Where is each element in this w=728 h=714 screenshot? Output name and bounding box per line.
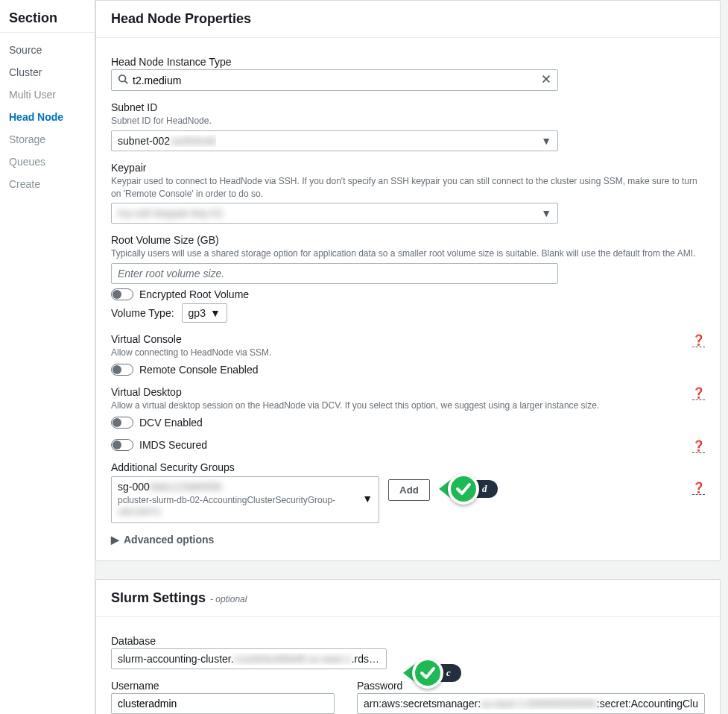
sidebar-item-storage[interactable]: Storage bbox=[0, 128, 95, 151]
field-password: Password arn:aws:secretsmanager:us-east-… bbox=[357, 680, 705, 714]
sg-label: Additional Security Groups bbox=[111, 461, 705, 473]
user-label: Username bbox=[111, 680, 335, 692]
vdesktop-label: Virtual Desktop bbox=[111, 386, 705, 398]
sidebar-item-source[interactable]: Source bbox=[0, 39, 95, 61]
svg-line-1 bbox=[125, 81, 128, 84]
sidebar-item-headnode[interactable]: Head Node bbox=[0, 106, 95, 128]
subnet-help: Subnet ID for HeadNode. bbox=[111, 115, 705, 127]
keypair-help: Keypair used to connect to HeadNode via … bbox=[111, 175, 705, 200]
callout-d-label: d bbox=[457, 480, 498, 498]
sidebar-item-create[interactable]: Create bbox=[0, 173, 95, 195]
sidebar-item-queues[interactable]: Queues bbox=[0, 151, 95, 173]
rootvol-input-wrap[interactable] bbox=[111, 263, 558, 284]
keypair-label: Keypair bbox=[111, 162, 705, 174]
field-imds: ❓ IMDS Secured bbox=[111, 439, 705, 451]
encrypted-toggle[interactable] bbox=[111, 288, 133, 300]
vdesktop-help: Allow a virtual desktop session on the H… bbox=[111, 399, 705, 412]
caret-right-icon: ▶ bbox=[111, 534, 119, 546]
subnet-label: Subnet ID bbox=[111, 101, 705, 113]
sidebar-title: Section bbox=[0, 0, 95, 33]
help-icon[interactable]: ❓ bbox=[692, 335, 705, 347]
svg-point-0 bbox=[119, 75, 126, 82]
panel-slurm: Slurm Settings - optional Database slurm… bbox=[95, 579, 721, 714]
instance-type-input[interactable] bbox=[133, 75, 541, 86]
imds-label: IMDS Secured bbox=[139, 439, 207, 451]
field-instance-type: Head Node Instance Type bbox=[111, 56, 705, 91]
panel-head-node: Head Node Properties Head Node Instance … bbox=[95, 0, 721, 561]
sg-value: sg-0000abc123def456 bbox=[118, 480, 362, 493]
head-node-title: Head Node Properties bbox=[96, 1, 720, 38]
voltype-select[interactable]: gp3 ▼ bbox=[182, 303, 227, 323]
instance-type-label: Head Node Instance Type bbox=[111, 56, 705, 68]
caret-down-icon: ▼ bbox=[362, 493, 373, 505]
check-icon bbox=[448, 473, 479, 505]
instance-type-input-wrap[interactable] bbox=[111, 69, 558, 91]
vconsole-help: Allow connecting to HeadNode via SSM. bbox=[111, 347, 705, 359]
db-input-wrap[interactable]: slurm-accounting-cluster.c1a2b3c4d5e6f.u… bbox=[111, 648, 387, 669]
search-icon bbox=[118, 74, 128, 86]
voltype-label: Volume Type: bbox=[111, 307, 174, 319]
pw-value: arn:aws:secretsmanager:us-east-1:0000000… bbox=[364, 698, 698, 710]
user-input[interactable] bbox=[118, 698, 328, 710]
help-icon[interactable]: ❓ bbox=[692, 440, 705, 453]
sidebar-item-multiuser[interactable]: Multi User bbox=[0, 83, 95, 106]
db-value: slurm-accounting-cluster.c1a2b3c4d5e6f.u… bbox=[118, 653, 380, 665]
field-virtual-desktop: ❓ Virtual Desktop Allow a virtual deskto… bbox=[111, 386, 705, 429]
dcv-toggle[interactable] bbox=[111, 417, 133, 429]
rootvol-input[interactable] bbox=[118, 268, 551, 279]
rootvol-label: Root Volume Size (GB) bbox=[111, 234, 705, 246]
field-subnet: Subnet ID Subnet ID for HeadNode. subnet… bbox=[111, 101, 705, 151]
db-label: Database bbox=[111, 635, 705, 647]
slurm-title: Slurm Settings bbox=[111, 590, 206, 606]
app-root: Section Source Cluster Multi User Head N… bbox=[0, 0, 728, 714]
caret-down-icon: ▼ bbox=[210, 307, 221, 319]
pw-label: Password bbox=[357, 680, 705, 692]
caret-down-icon: ▼ bbox=[541, 135, 551, 147]
field-username: Username b bbox=[111, 680, 335, 714]
user-input-wrap[interactable] bbox=[111, 693, 335, 714]
sidebar: Section Source Cluster Multi User Head N… bbox=[0, 0, 95, 714]
encrypted-label: Encrypted Root Volume bbox=[139, 288, 249, 300]
field-security-groups: ❓ Additional Security Groups sg-0000abc1… bbox=[111, 461, 705, 523]
clear-icon[interactable] bbox=[541, 74, 551, 86]
keypair-select[interactable]: my-ssh-keypair-key-01 ▼ bbox=[111, 203, 558, 224]
advanced-options-label: Advanced options bbox=[124, 534, 214, 546]
remote-console-label: Remote Console Enabled bbox=[139, 364, 259, 376]
rootvol-help: Typically users will use a shared storag… bbox=[111, 247, 705, 260]
remote-console-toggle[interactable] bbox=[111, 364, 133, 376]
advanced-options-toggle[interactable]: ▶ Advanced options bbox=[111, 534, 705, 546]
field-virtual-console: ❓ Virtual Console Allow connecting to He… bbox=[111, 333, 705, 376]
field-database: Database slurm-accounting-cluster.c1a2b3… bbox=[111, 635, 705, 669]
subnet-select[interactable]: subnet-0021a2b3c4d ▼ bbox=[111, 130, 558, 151]
help-icon[interactable]: ❓ bbox=[692, 388, 705, 400]
field-root-volume: Root Volume Size (GB) Typically users wi… bbox=[111, 234, 705, 323]
sg-subvalue: pcluster-slurm-db-02-AccountingClusterSe… bbox=[118, 495, 362, 518]
sidebar-item-cluster[interactable]: Cluster bbox=[0, 61, 95, 83]
main-content: Head Node Properties Head Node Instance … bbox=[95, 0, 728, 714]
caret-down-icon: ▼ bbox=[541, 207, 551, 219]
slurm-subtitle: - optional bbox=[210, 594, 247, 604]
keypair-value: my-ssh-keypair-key-01 bbox=[118, 207, 224, 219]
sg-select[interactable]: sg-0000abc123def456 pcluster-slurm-db-02… bbox=[111, 476, 379, 523]
voltype-value: gp3 bbox=[189, 307, 206, 319]
pw-input-wrap[interactable]: arn:aws:secretsmanager:us-east-1:0000000… bbox=[357, 693, 705, 714]
subnet-value: subnet-0021a2b3c4d bbox=[118, 135, 216, 147]
imds-toggle[interactable] bbox=[111, 439, 133, 451]
field-keypair: Keypair Keypair used to connect to HeadN… bbox=[111, 162, 705, 224]
vconsole-label: Virtual Console bbox=[111, 333, 705, 345]
add-button[interactable]: Add bbox=[388, 479, 430, 501]
dcv-label: DCV Enabled bbox=[139, 417, 203, 429]
